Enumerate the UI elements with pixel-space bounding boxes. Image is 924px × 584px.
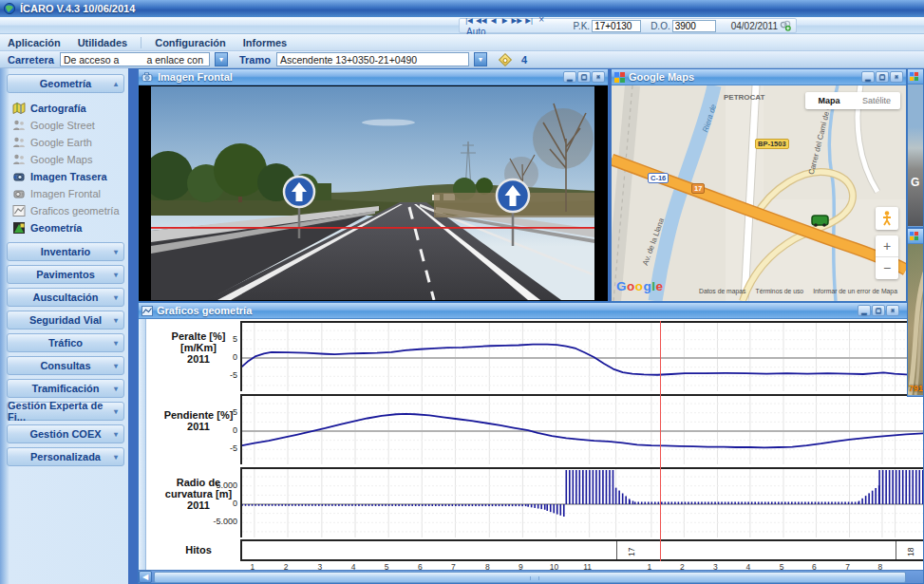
- camera-rear-icon: [12, 170, 26, 183]
- tramo-label: Tramo: [239, 54, 271, 66]
- maximize-button[interactable]: ▢: [577, 71, 591, 83]
- scroll-left-arrow-icon[interactable]: ◀: [139, 571, 152, 583]
- nav-button-3[interactable]: ▶: [500, 15, 511, 26]
- sidebar-item-cartografía[interactable]: Cartografía: [12, 100, 124, 117]
- sidebar-item-graficos-geometría[interactable]: Graficos geometría: [12, 202, 124, 219]
- sidebar-item-label: Google Earth: [30, 137, 92, 148]
- nav-button-1[interactable]: ◀◀: [475, 15, 488, 26]
- map-button[interactable]: Mapa: [805, 96, 853, 105]
- sidebar-item-label: Geometría: [30, 222, 82, 234]
- people-icon: [12, 136, 26, 149]
- imagen-frontal-titlebar[interactable]: Imagen Frontal ▁ ▢ ×: [139, 69, 608, 85]
- position-cursor-line: [660, 321, 662, 561]
- sidebar-panel-seguridad-vial[interactable]: Seguridad Vial▾: [7, 311, 124, 330]
- sidebar-item-google-maps[interactable]: Google Maps: [12, 151, 124, 168]
- minimize-button[interactable]: ▁: [861, 71, 875, 83]
- google-street-titlebar[interactable]: [908, 69, 923, 85]
- google-maps-title: Google Maps: [629, 71, 694, 83]
- date-field[interactable]: 04/02/2011: [731, 21, 778, 31]
- sidebar-panel-gesti-n-experta-de-fi-[interactable]: Gestión Experta de Fi...▾: [7, 402, 124, 421]
- sidebar-panel-label: Seguridad Vial: [29, 314, 102, 326]
- satellite-button[interactable]: Satélite: [853, 96, 900, 105]
- menu-item-aplicación[interactable]: Aplicación: [8, 37, 61, 48]
- y-axis-tick-label: 5.000: [213, 480, 237, 490]
- close-button[interactable]: ×: [592, 71, 605, 83]
- nav-button-0[interactable]: |◀: [463, 15, 475, 26]
- nav-button-6[interactable]: ×: [535, 13, 548, 26]
- sidebar-item-label: Imagen Trasera: [30, 171, 107, 182]
- sidebar-panel-tr-fico[interactable]: Tráfico▾: [7, 333, 124, 352]
- close-button[interactable]: ×: [886, 305, 899, 316]
- sidebar-panel-gesti-n-coex[interactable]: Gestión COEX▾: [7, 424, 124, 443]
- map-canvas[interactable]: PETROCAT BP-1503 C-16 17 Av. de la Llana…: [612, 85, 906, 301]
- sidebar-panel-geometria[interactable]: Geometría ▴: [7, 74, 124, 93]
- main-toolbar: |◀◀◀◀▶▶▶▶|×Auto P.K. D.O. 04/02/2011: [0, 17, 924, 34]
- menu-item-informes[interactable]: Informes: [243, 37, 287, 48]
- menu-item-configuración[interactable]: Configuración: [155, 37, 226, 48]
- nav-button-4[interactable]: ▶▶: [511, 15, 524, 26]
- do-input[interactable]: [672, 20, 716, 32]
- google-street-window[interactable]: G: [907, 68, 924, 228]
- menu-item-utilidades[interactable]: Utilidades: [78, 37, 128, 48]
- google-earth-titlebar[interactable]: [908, 229, 923, 244]
- sidebar-panel-consultas[interactable]: Consultas▾: [7, 356, 124, 375]
- maximize-button[interactable]: ▢: [876, 71, 889, 83]
- chevron-down-icon: ▾: [114, 385, 118, 393]
- close-button[interactable]: ×: [890, 71, 903, 83]
- map-type-control[interactable]: Mapa Satélite: [805, 92, 900, 109]
- google-icon: [614, 72, 625, 83]
- sidebar-item-imagen-frontal[interactable]: Imagen Frontal: [12, 185, 124, 202]
- google-icon: [910, 232, 918, 240]
- map-attribution-text[interactable]: Términos de uso: [756, 288, 804, 294]
- pk-input[interactable]: [592, 20, 641, 32]
- sidebar: Geometría ▴ CartografíaGoogle StreetGoog…: [0, 68, 128, 584]
- map-icon: [12, 102, 26, 115]
- map-label-petrocat: PETROCAT: [724, 93, 764, 102]
- street-view-thumbnail: G: [908, 85, 923, 226]
- google-logo: Google: [616, 279, 664, 293]
- y-axis-tick-label: 0: [213, 499, 237, 508]
- link-date-icon[interactable]: [780, 20, 792, 32]
- google-maps-titlebar[interactable]: Google Maps ▁ ▢ ×: [612, 69, 906, 85]
- zoom-out-button[interactable]: −: [876, 257, 898, 279]
- carretera-dropdown-arrow-icon[interactable]: ▼: [215, 52, 228, 66]
- scrollbar-thumb[interactable]: [154, 572, 906, 583]
- minimize-button[interactable]: ▁: [858, 305, 871, 316]
- google-logo-letter: o: [627, 279, 635, 293]
- google-icon: [910, 72, 918, 81]
- pk-label: P.K.: [574, 21, 591, 31]
- sidebar-panel-personalizada[interactable]: Personalizada▾: [7, 447, 124, 466]
- graficos-geometria-title: Graficos geometría: [157, 305, 252, 316]
- map-attribution-text[interactable]: Informar de un error de Mapa: [813, 288, 897, 294]
- zoom-in-button[interactable]: +: [876, 235, 898, 257]
- sidebar-panel-pavimentos[interactable]: Pavimentos▾: [7, 265, 124, 284]
- do-label: D.O.: [651, 21, 670, 31]
- sidebar-item-google-earth[interactable]: Google Earth: [12, 134, 124, 151]
- sidebar-panel-auscultaci-n[interactable]: Auscultación▾: [7, 288, 124, 307]
- app-titlebar: ÍCARO V.4.3 10/06/2014: [0, 0, 924, 17]
- google-earth-window[interactable]: 791: [907, 228, 924, 397]
- geometria-item-list: CartografíaGoogle StreetGoogle EarthGoog…: [7, 97, 124, 242]
- nav-button-5[interactable]: ▶|: [523, 15, 535, 26]
- sidebar-item-imagen-trasera[interactable]: Imagen Trasera: [12, 168, 124, 185]
- charts-horizontal-scrollbar[interactable]: ◀: [139, 570, 923, 583]
- zoom-control[interactable]: + −: [876, 235, 898, 279]
- chevron-down-icon: ▾: [114, 430, 118, 439]
- carretera-select[interactable]: De acceso a a enlace con: [60, 52, 210, 66]
- charts-vertical-scrollbar[interactable]: [139, 319, 146, 570]
- sidebar-item-geometría[interactable]: Geometría: [12, 219, 124, 236]
- minimize-button[interactable]: ▁: [563, 71, 576, 83]
- sidebar-item-label: Graficos geometría: [30, 205, 120, 217]
- sidebar-panel-label: Tráfico: [48, 337, 83, 349]
- tramo-dropdown-arrow-icon[interactable]: ▼: [474, 52, 487, 66]
- maximize-button[interactable]: ▢: [872, 305, 885, 316]
- sidebar-item-google-street[interactable]: Google Street: [12, 117, 124, 134]
- graficos-geometria-titlebar[interactable]: Graficos geometría ▁ ▢ ×: [139, 303, 923, 319]
- tag-icon[interactable]: [499, 52, 512, 66]
- tramo-select[interactable]: Ascendente 13+0350-21+0490: [276, 52, 469, 66]
- sidebar-panel-inventario[interactable]: Inventario▾: [7, 242, 124, 261]
- pegman-control[interactable]: [876, 207, 898, 230]
- radio-curvatura-chart: [240, 467, 923, 537]
- nav-button-2[interactable]: ◀: [488, 15, 500, 26]
- sidebar-panel-tramificaci-n[interactable]: Tramificación▾: [7, 379, 124, 398]
